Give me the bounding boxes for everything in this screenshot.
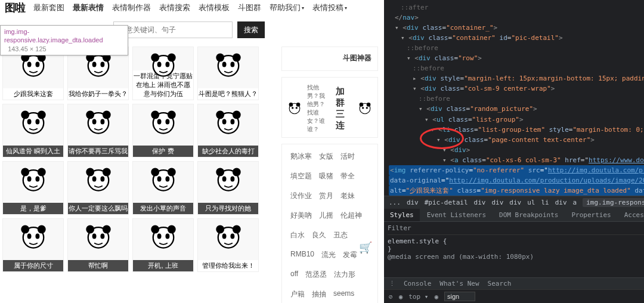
menu-item[interactable]: 帮助我们▾	[270, 2, 304, 13]
meme-tile[interactable]: 帮忙啊	[67, 218, 129, 272]
svg-point-84	[296, 107, 298, 109]
meme-tile[interactable]: 请你不要再三斥骂我	[67, 104, 129, 157]
meme-tile[interactable]: 发出小草的声音	[132, 161, 194, 215]
menu-item[interactable]: 最新表情	[73, 2, 104, 13]
tag-link[interactable]: 老妹	[340, 191, 355, 201]
tag-link[interactable]: 吸猪	[319, 171, 333, 181]
svg-point-57	[232, 168, 240, 177]
meme-tile[interactable]: 是，是爹	[2, 161, 64, 215]
meme-tile[interactable]: 斗图是吧？熊猫人？	[197, 47, 259, 100]
tab-search[interactable]: Search	[488, 280, 512, 287]
svg-point-74	[165, 233, 169, 239]
svg-point-49	[100, 176, 104, 181]
meme-caption: 少跟我来这套	[3, 88, 63, 100]
tag-link[interactable]: 好美吶	[290, 211, 312, 221]
cart-icon[interactable]: 🛒	[359, 241, 372, 254]
svg-point-14	[165, 61, 169, 67]
panda-icon	[215, 51, 242, 78]
tag-link[interactable]: 良久	[312, 230, 326, 240]
meme-tile[interactable]: 开机, 上班	[132, 218, 194, 272]
meme-tile[interactable]: 属于你的尺寸	[2, 218, 64, 272]
meme-caption: 仙风道骨 瞬到入土	[3, 146, 63, 157]
eye-icon[interactable]: ◉	[399, 293, 403, 301]
meme-caption: 缺少社会人的毒打	[198, 146, 258, 157]
eye-icon[interactable]: ◉	[434, 293, 438, 301]
styles-tabs[interactable]: Styles Event Listeners DOM Breakpoints P…	[384, 209, 644, 221]
tag-link[interactable]: 发霉	[343, 250, 357, 260]
tag-link[interactable]: 流光	[321, 250, 336, 260]
console-filter-input[interactable]	[444, 292, 475, 301]
meme-tile[interactable]: 你人一定要这么飘吗	[67, 161, 129, 215]
meme-tile[interactable]: 一群混蛋，竟宁愿贴在地上 淋雨也不愿意与你们为伍	[132, 47, 194, 100]
menu-item[interactable]: 表情搜索	[159, 2, 190, 13]
tag-link[interactable]: 赏月	[319, 191, 333, 201]
tab-event-listeners[interactable]: Event Listeners	[421, 209, 492, 221]
svg-point-18	[222, 61, 226, 67]
meme-caption: 属于你的尺寸	[3, 260, 63, 271]
svg-point-4	[35, 61, 39, 67]
breadcrumb[interactable]: ... div #pic-detail div div div ul li di…	[384, 196, 644, 209]
tab-dom-breakpoints[interactable]: DOM Breakpoints	[493, 209, 564, 221]
search-button[interactable]: 搜索	[237, 21, 265, 38]
svg-point-24	[35, 119, 39, 124]
svg-point-22	[37, 111, 45, 119]
context-select[interactable]: top ▾	[408, 293, 428, 301]
menu-submit[interactable]: 表情投稿▾	[312, 2, 347, 13]
tag-link[interactable]: 法力形	[334, 270, 355, 280]
main-menu: 最新套图 最新表情 表情制作器 表情搜索 表情模板 斗图群 帮助我们▾ 表情投稿…	[33, 2, 347, 13]
meme-caption: 斗图是吧？熊猫人？	[198, 88, 258, 100]
meme-tile[interactable]: 保护 费	[132, 104, 194, 157]
svg-point-46	[86, 168, 94, 177]
meme-tile[interactable]: 缺少社会人的毒打	[197, 104, 259, 157]
tab-accessibility[interactable]: Accessibility	[618, 209, 644, 221]
meme-tile[interactable]: 仙风道骨 瞬到入土	[2, 104, 64, 157]
meme-tile[interactable]: 管理你给我出来！	[197, 218, 259, 272]
styles-filter[interactable]: Filter	[388, 224, 411, 232]
tag-link[interactable]: 丑态	[333, 230, 348, 240]
console-toggle-icon[interactable]: ⋮	[389, 280, 395, 287]
sidebox-heading: 斗图神器	[288, 53, 371, 63]
dom-tree[interactable]: ::after </nav> ▾ <div class="container_"…	[384, 0, 644, 196]
tag-link[interactable]: off	[290, 270, 298, 280]
search-input[interactable]	[113, 21, 233, 38]
meme-caption: 你人一定要这么飘吗	[68, 203, 128, 214]
meme-grid: 少跟我来这套我给你奶子一拳头？一群混蛋，竟宁愿贴在地上 淋雨也不愿意与你们为伍斗…	[2, 47, 259, 272]
panda-icon	[150, 222, 177, 250]
tab-console[interactable]: Console	[404, 280, 431, 287]
tag-link[interactable]: 带全	[340, 171, 355, 181]
meme-tile[interactable]: 只为寻找对的她	[197, 161, 259, 215]
clear-console-icon[interactable]: ⊘	[389, 293, 393, 301]
tag-link[interactable]: 鹅冰寒	[290, 152, 312, 162]
tag-link[interactable]: 活时	[340, 152, 355, 162]
svg-point-23	[27, 119, 31, 124]
tag-link[interactable]: seems	[333, 289, 354, 299]
menu-item[interactable]: 斗图群	[238, 2, 261, 13]
svg-point-38	[222, 119, 226, 124]
tag-link[interactable]: 白水	[290, 230, 305, 240]
tag-link[interactable]: 户籍	[290, 289, 305, 299]
tag-link[interactable]: 填空题	[290, 171, 312, 181]
tag-link[interactable]: 抽抽	[312, 289, 326, 299]
tab-styles[interactable]: Styles	[384, 209, 420, 221]
svg-point-16	[216, 54, 224, 62]
svg-point-58	[222, 176, 226, 181]
menu-item[interactable]: 表情模板	[199, 2, 230, 13]
svg-point-67	[102, 225, 110, 234]
tag-link[interactable]: 范丞丞	[305, 270, 327, 280]
tag-link[interactable]: 没作业	[290, 191, 312, 201]
svg-point-82	[296, 103, 301, 107]
breadcrumb-leaf[interactable]: img.img-responsive.lazy.image_dta.loaded	[583, 198, 644, 207]
tag-link[interactable]: RMB10	[290, 250, 314, 260]
svg-point-27	[102, 111, 110, 119]
tag-link[interactable]: 女版	[319, 152, 333, 162]
menu-item[interactable]: 最新套图	[33, 2, 64, 13]
tab-whatsnew[interactable]: What's New	[439, 280, 479, 287]
meme-caption: 管理你给我出来！	[198, 260, 258, 271]
svg-point-53	[157, 176, 161, 181]
tag-link[interactable]: 儿摇	[319, 211, 333, 221]
menu-item[interactable]: 表情制作器	[112, 2, 151, 13]
tag-link[interactable]: 伦超神	[340, 211, 362, 221]
tab-properties[interactable]: Properties	[565, 209, 617, 221]
svg-point-87	[367, 103, 371, 107]
panda-icon	[358, 102, 371, 115]
